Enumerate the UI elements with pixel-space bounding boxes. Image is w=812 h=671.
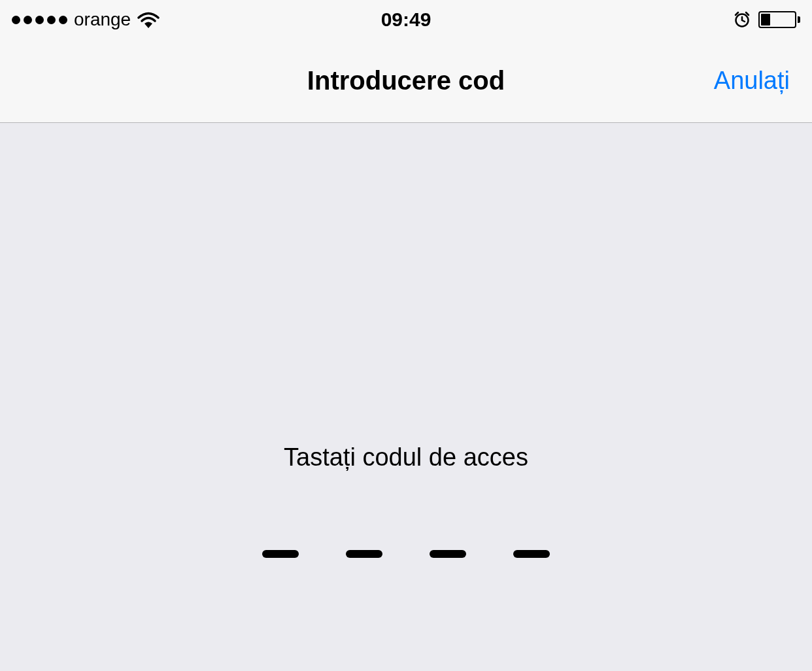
status-bar: orange 09:49 xyxy=(0,0,812,39)
passcode-slot xyxy=(513,550,550,558)
status-right xyxy=(734,11,800,28)
cancel-button[interactable]: Anulați xyxy=(714,67,790,95)
passcode-prompt: Tastați codul de acces xyxy=(284,443,528,472)
alarm-icon xyxy=(734,11,751,28)
navigation-bar: Introducere cod Anulați xyxy=(0,39,812,123)
passcode-slot xyxy=(262,550,299,558)
passcode-slot xyxy=(430,550,466,558)
status-time: 09:49 xyxy=(381,9,431,31)
status-left: orange xyxy=(12,9,160,30)
content-area: Tastați codul de acces xyxy=(0,123,812,671)
wifi-icon xyxy=(137,12,160,28)
signal-strength-icon xyxy=(12,16,67,24)
page-title: Introducere cod xyxy=(307,66,505,95)
passcode-slot xyxy=(346,550,382,558)
battery-icon xyxy=(758,11,800,28)
carrier-label: orange xyxy=(74,9,131,30)
passcode-input[interactable] xyxy=(262,550,550,558)
